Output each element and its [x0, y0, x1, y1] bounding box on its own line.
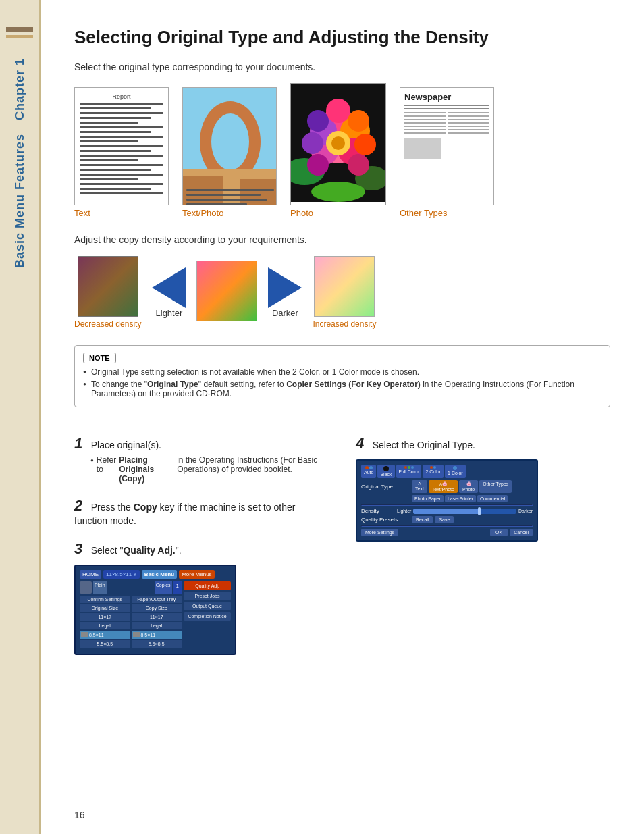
step3-85x11a: 8.5×11	[80, 631, 130, 639]
density-slider-fill	[413, 509, 480, 514]
normal-density-item	[196, 261, 257, 324]
cancel-btn[interactable]: Cancel	[510, 529, 533, 536]
decreased-density-label: Decreased density	[74, 319, 141, 329]
step-1-bullet: Refer to Placing Originals (Copy) in the…	[90, 455, 329, 484]
step3-11x17b: 11×17	[132, 613, 182, 621]
intro-types-text: Select the original type corresponding t…	[74, 61, 610, 72]
tab-basic[interactable]: Basic Menu	[142, 570, 177, 579]
color-auto[interactable]: Auto	[361, 465, 376, 478]
arrow-left-icon	[152, 267, 186, 308]
photo-paper-btn[interactable]: Photo Paper	[412, 495, 444, 502]
step3-confirm[interactable]: Confirm Settings	[80, 596, 130, 603]
note-box: NOTE Original Type setting selection is …	[74, 345, 610, 407]
orig-type-textphoto[interactable]: A🌸 Text/Photo	[429, 480, 458, 493]
arch-svg	[183, 88, 277, 205]
color-1[interactable]: 1 Color	[445, 465, 466, 478]
np-cr1	[448, 112, 489, 113]
type-photo-label: Photo	[290, 208, 313, 218]
type-other-label: Other Types	[400, 208, 448, 218]
svg-point-27	[302, 132, 323, 154]
step3-icon1	[80, 581, 92, 594]
more-settings-btn[interactable]: More Settings	[361, 529, 398, 536]
lighter-label: Lighter	[156, 308, 183, 318]
np-cr2	[448, 115, 489, 117]
commercial-btn[interactable]: Commercial	[477, 495, 508, 502]
step-4-title: Select the Original Type.	[373, 440, 475, 450]
density-control-row: Density Lighter Darker	[361, 508, 533, 514]
svg-rect-5	[240, 179, 277, 205]
np-cl2	[404, 115, 446, 117]
color-mode-row: Auto Black Full Color	[361, 465, 533, 478]
doc-line11	[80, 150, 151, 152]
tab-home[interactable]: HOME	[80, 570, 101, 579]
doc-line14	[80, 164, 163, 166]
doc-line15	[80, 169, 151, 171]
save-btn[interactable]: Save	[435, 516, 454, 523]
arrow-right-icon	[268, 267, 302, 308]
step3-copy-size[interactable]: Copy Size	[132, 604, 182, 612]
increased-density-label: Increased density	[313, 319, 376, 329]
color-full[interactable]: Full Color	[396, 465, 422, 478]
step-2-number: 2	[74, 497, 82, 514]
svg-rect-9	[186, 203, 247, 205]
step3-plain-label: Plain	[93, 581, 107, 594]
density-slider-thumb[interactable]	[478, 507, 481, 515]
recall-btn[interactable]: Recall	[412, 516, 433, 523]
doc-line7	[80, 131, 151, 133]
step3-tabs: HOME 11×8.5×11 Y Basic Menu More Menus	[80, 570, 231, 579]
np-cr3	[448, 119, 489, 120]
tab-size[interactable]: 11×8.5×11 Y	[103, 570, 140, 579]
type-other-item: Newspaper	[400, 87, 494, 218]
photo-paper-row: Photo Paper LaserPrinter Commercial	[361, 495, 533, 502]
screen-bottom-row: More Settings OK Cancel	[361, 529, 533, 536]
step3-preset-jobs[interactable]: Preset Jobs	[184, 592, 231, 600]
color-black[interactable]: Black	[377, 465, 394, 478]
screen-divider2	[361, 525, 533, 527]
doc-line17	[80, 178, 138, 180]
step3-paper-tray[interactable]: Paper/Output Tray	[132, 596, 182, 603]
doc-line18	[80, 183, 163, 185]
sidebar-labels: Chapter 1 Basic Menu Features	[13, 58, 27, 268]
step-1-title: Place original(s).	[91, 440, 161, 450]
doc-line9	[80, 140, 138, 142]
svg-point-23	[348, 110, 369, 132]
np-cl1	[404, 112, 446, 113]
orig-type-other[interactable]: Other Types	[479, 480, 512, 493]
laser-printer-btn[interactable]: LaserPrinter	[445, 495, 476, 502]
darker-label: Darker	[272, 308, 298, 318]
sidebar: Chapter 1 Basic Menu Features	[0, 0, 41, 834]
step3-orig-size[interactable]: Original Size	[80, 604, 130, 612]
step3-output-queue[interactable]: Output Queue	[184, 602, 231, 610]
step-3-number: 3	[74, 540, 82, 557]
original-types-row: Report	[74, 83, 610, 218]
step4-screen-wrapper: Auto Black Full Color	[356, 459, 610, 542]
step3-content: Plain Copies 1 Confirm Settings Paper/Ou…	[80, 581, 231, 650]
ok-btn[interactable]: OK	[490, 529, 508, 536]
orig-type-photo[interactable]: 🌸 Photo	[459, 480, 478, 493]
quality-presets-label: Quality Presets	[361, 517, 410, 523]
step3-11x17a: 11×17	[80, 613, 130, 621]
note-label: NOTE	[83, 353, 116, 363]
step3-settings-grid: Confirm Settings Paper/Output Tray Origi…	[80, 596, 182, 648]
orig-type-text[interactable]: A Text	[412, 480, 427, 493]
type-textphoto-item: Text/Photo	[182, 87, 277, 218]
type-text-item: Report	[74, 87, 169, 218]
normal-density-image	[196, 261, 257, 321]
doc-line19	[80, 188, 151, 190]
density-slider-track[interactable]	[413, 509, 516, 514]
color-2[interactable]: 2 Color	[423, 465, 444, 478]
svg-point-18	[331, 136, 345, 150]
np-line2	[404, 108, 489, 109]
increased-density-image	[314, 256, 375, 317]
sidebar-feature-label: Basic Menu Features	[13, 134, 27, 268]
type-text-label: Text	[74, 208, 90, 218]
decreased-density-image	[78, 256, 138, 317]
tab-more[interactable]: More Menus	[179, 570, 214, 579]
step3-quality-adj-btn[interactable]: Quality Adj.	[184, 581, 231, 590]
step-2: 2 Press the Copy key if the machine is s…	[74, 497, 329, 527]
doc-line8	[80, 136, 163, 138]
doc-line4	[80, 117, 151, 119]
doc-line5	[80, 122, 138, 124]
step3-completion[interactable]: Completion Notice	[184, 612, 231, 621]
doc-line3	[80, 112, 163, 114]
